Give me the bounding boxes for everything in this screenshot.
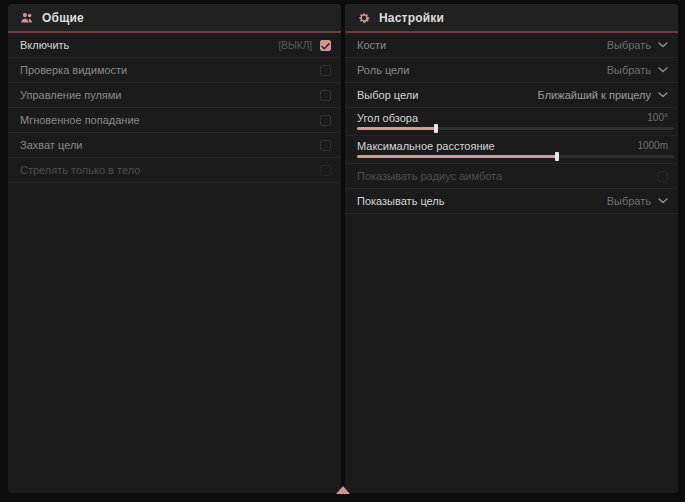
- row-label: Мгновенное попадание: [20, 114, 140, 126]
- row-label: Угол обзора: [357, 112, 418, 124]
- row-control: [320, 90, 331, 101]
- row-control: Выбрать: [607, 195, 668, 207]
- row-label: Показывать радиус аимбота: [357, 170, 502, 182]
- slider-fill: [357, 155, 557, 158]
- menu-row: Стрелять только в тело: [8, 158, 341, 183]
- slider-fill: [357, 127, 436, 130]
- row-control: [320, 140, 331, 151]
- row-control: [657, 171, 668, 182]
- users-icon: [20, 11, 34, 25]
- menu-row: Показывать радиус аимбота: [345, 164, 678, 189]
- row-label: Управление пулями: [20, 89, 122, 101]
- row-control: [320, 115, 331, 126]
- chevron-down-icon: [658, 92, 668, 98]
- chevron-down-icon: [658, 198, 668, 204]
- row-label: Кости: [357, 39, 386, 51]
- row-label: Проверка видимости: [20, 64, 127, 76]
- checkbox[interactable]: [320, 140, 331, 151]
- scroll-up-indicator[interactable]: [336, 486, 350, 494]
- menu-row: Максимальное расстояние1000m: [345, 136, 678, 164]
- slider-track[interactable]: [357, 127, 674, 130]
- panel-title: Общие: [42, 11, 84, 25]
- slider-value: 1000m: [637, 140, 668, 151]
- mod-menu-screen: ОбщиеВключить[ВЫКЛ]Проверка видимостиУпр…: [0, 0, 685, 502]
- slider-value: 100°: [647, 112, 668, 123]
- row-label: Показывать цель: [357, 195, 445, 207]
- panel-header-general: Общие: [8, 4, 341, 31]
- checkbox[interactable]: [320, 65, 331, 76]
- panel-settings: НастройкиКостиВыбратьРоль целиВыбратьВыб…: [345, 4, 678, 493]
- slider-thumb[interactable]: [555, 152, 559, 161]
- slider-thumb[interactable]: [434, 124, 438, 133]
- rows-general: Включить[ВЫКЛ]Проверка видимостиУправлен…: [8, 33, 341, 183]
- gear-icon: [357, 11, 371, 25]
- row-control: Ближайший к прицелу: [538, 89, 668, 101]
- dropdown[interactable]: Ближайший к прицелу: [538, 89, 668, 101]
- checkbox[interactable]: [320, 165, 331, 176]
- dropdown-value: Выбрать: [607, 195, 651, 207]
- row-label: Включить: [20, 39, 69, 51]
- dropdown[interactable]: Выбрать: [607, 64, 668, 76]
- dropdown-value: Выбрать: [607, 64, 651, 76]
- rows-settings: КостиВыбратьРоль целиВыбратьВыбор целиБл…: [345, 33, 678, 214]
- chevron-down-icon: [658, 67, 668, 73]
- row-label: Стрелять только в тело: [20, 164, 140, 176]
- panel-title: Настройки: [379, 11, 444, 25]
- slider-track[interactable]: [357, 155, 674, 158]
- slider-label-line: Угол обзора100°: [357, 112, 674, 124]
- dropdown-value: Ближайший к прицелу: [538, 89, 651, 101]
- checkbox[interactable]: [320, 115, 331, 126]
- dropdown-value: Выбрать: [607, 39, 651, 51]
- row-control: [320, 65, 331, 76]
- row-label: Выбор цели: [357, 89, 418, 101]
- checkbox[interactable]: [320, 40, 331, 51]
- row-control: [ВЫКЛ]: [279, 40, 331, 51]
- check-icon: [321, 36, 330, 54]
- row-control: [320, 165, 331, 176]
- menu-row: Выбор целиБлижайший к прицелу: [345, 83, 678, 108]
- row-control: Выбрать: [607, 64, 668, 76]
- row-control: Выбрать: [607, 39, 668, 51]
- checkbox[interactable]: [320, 90, 331, 101]
- hotkey-state-label: [ВЫКЛ]: [279, 40, 312, 51]
- row-label: Захват цели: [20, 139, 82, 151]
- menu-row: Включить[ВЫКЛ]: [8, 33, 341, 58]
- dropdown[interactable]: Выбрать: [607, 195, 668, 207]
- slider-label-line: Максимальное расстояние1000m: [357, 140, 674, 152]
- menu-row: Проверка видимости: [8, 58, 341, 83]
- menu-row: Угол обзора100°: [345, 108, 678, 136]
- dropdown[interactable]: Выбрать: [607, 39, 668, 51]
- menu-row: Показывать цельВыбрать: [345, 189, 678, 214]
- chevron-down-icon: [658, 42, 668, 48]
- menu-row: Мгновенное попадание: [8, 108, 341, 133]
- menu-row: Захват цели: [8, 133, 341, 158]
- menu-row: КостиВыбрать: [345, 33, 678, 58]
- panel-general: ОбщиеВключить[ВЫКЛ]Проверка видимостиУпр…: [8, 4, 341, 493]
- checkbox[interactable]: [657, 171, 668, 182]
- menu-row: Роль целиВыбрать: [345, 58, 678, 83]
- panel-header-settings: Настройки: [345, 4, 678, 31]
- menu-row: Управление пулями: [8, 83, 341, 108]
- row-label: Максимальное расстояние: [357, 140, 495, 152]
- row-label: Роль цели: [357, 64, 409, 76]
